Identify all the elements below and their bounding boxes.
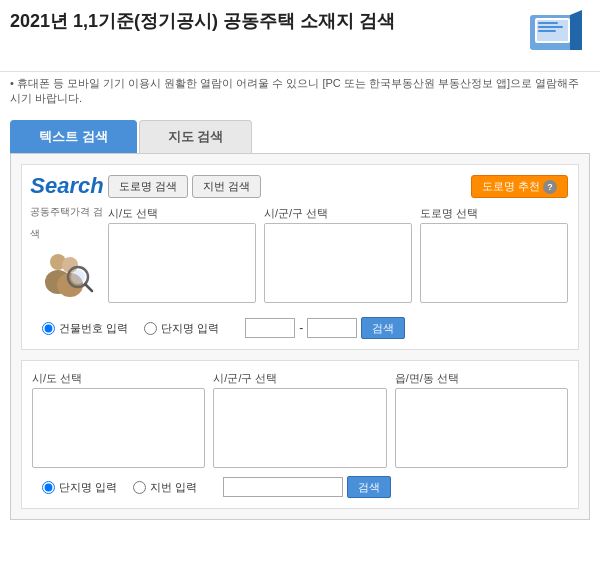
sido-select-2[interactable] (32, 388, 205, 468)
building-number-radio-label[interactable]: 건물번호 입력 (42, 321, 128, 336)
sido-label-1: 시/도 선택 (108, 206, 256, 221)
road-select-group: 도로명 선택 (420, 206, 568, 303)
danji-search-row: 단지명 입력 지번 입력 검색 (32, 476, 568, 498)
eupmyeondong-select-group: 읍/면/동 선택 (395, 371, 568, 468)
dash: - (299, 321, 303, 335)
section1-search-btn[interactable]: 검색 (361, 317, 405, 339)
danji-radio-1[interactable] (144, 322, 157, 335)
search-logo: Search 공동주택가격 검색 (30, 175, 103, 241)
tab-text-search[interactable]: 텍스트 검색 (10, 120, 137, 153)
help-icon[interactable]: ? (543, 180, 557, 194)
building-search-row: 건물번호 입력 단지명 입력 - 검색 (32, 317, 568, 339)
danji-input-group: 검색 (223, 476, 391, 498)
jibun-radio[interactable] (133, 481, 146, 494)
building-number-input-group: - 검색 (245, 317, 405, 339)
building-number-input-1[interactable] (245, 318, 295, 338)
road-recommend-btn[interactable]: 도로명 추천 ? (471, 175, 568, 198)
dong-search-section: 시/도 선택 시/군/구 선택 읍/면/동 선택 단지명 입력 (21, 360, 579, 509)
road-label: 도로명 선택 (420, 206, 568, 221)
tabs-area: 텍스트 검색 지도 검색 (0, 120, 600, 153)
avatar-icon (40, 247, 95, 302)
road-search-section: Search 공동주택가격 검색 (21, 164, 579, 350)
selects-row-1: 시/도 선택 시/군/구 선택 도로명 선택 (108, 206, 568, 303)
tab-map-search[interactable]: 지도 검색 (139, 120, 253, 153)
eupmyeondong-select[interactable] (395, 388, 568, 468)
building-number-radio[interactable] (42, 322, 55, 335)
sido-select-group-1: 시/도 선택 (108, 206, 256, 303)
danji-radio-2[interactable] (42, 481, 55, 494)
svg-point-12 (71, 270, 85, 284)
svg-line-13 (85, 284, 92, 291)
eupmyeondong-label: 읍/면/동 선택 (395, 371, 568, 386)
header-decoration-icon (510, 10, 590, 65)
sigungu-select-group-2: 시/군/구 선택 (213, 371, 386, 468)
sigungu-select-2[interactable] (213, 388, 386, 468)
building-number-input-2[interactable] (307, 318, 357, 338)
danji-search-input[interactable] (223, 477, 343, 497)
selects-row-2: 시/도 선택 시/군/구 선택 읍/면/동 선택 (32, 371, 568, 468)
page-title: 2021년 1,1기준(정기공시) 공동주택 소재지 검색 (10, 10, 395, 33)
jibun-search-btn[interactable]: 지번 검색 (192, 175, 261, 198)
main-content: Search 공동주택가격 검색 (10, 153, 590, 520)
svg-marker-3 (570, 10, 582, 50)
sido-label-2: 시/도 선택 (32, 371, 205, 386)
sigungu-select-1[interactable] (264, 223, 412, 303)
danji-radio-label-2[interactable]: 단지명 입력 (42, 480, 117, 495)
road-search-btn[interactable]: 도로명 검색 (108, 175, 188, 198)
sido-select-group-2: 시/도 선택 (32, 371, 205, 468)
jibun-radio-label[interactable]: 지번 입력 (133, 480, 197, 495)
svg-rect-6 (538, 30, 556, 32)
sigungu-label-2: 시/군/구 선택 (213, 371, 386, 386)
section2-search-btn[interactable]: 검색 (347, 476, 391, 498)
road-select[interactable] (420, 223, 568, 303)
svg-rect-4 (538, 22, 558, 24)
notice-bar: • 휴대폰 등 모바일 기기 이용시 원활한 열람이 어려울 수 있으니 [PC… (0, 71, 600, 114)
sigungu-select-group-1: 시/군/구 선택 (264, 206, 412, 303)
sigungu-label-1: 시/군/구 선택 (264, 206, 412, 221)
sido-select-1[interactable] (108, 223, 256, 303)
svg-rect-5 (538, 26, 563, 28)
danji-radio-label-1[interactable]: 단지명 입력 (144, 321, 219, 336)
